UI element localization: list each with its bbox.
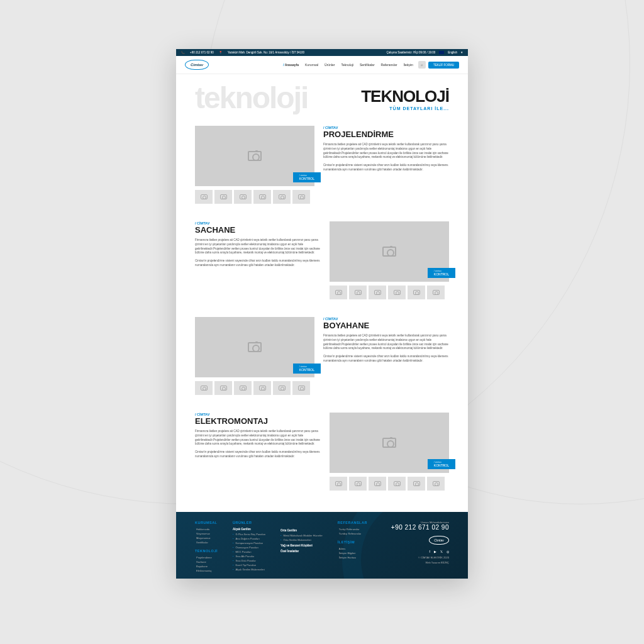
search-button[interactable]: ⌕ — [418, 61, 426, 69]
instagram-icon[interactable]: ◎ — [447, 550, 449, 553]
main-image[interactable]: / cimtavKONTROL — [330, 221, 449, 282]
thumbnail[interactable] — [369, 286, 386, 299]
footer-link[interactable]: Hakkımızda — [195, 528, 218, 531]
thumbnail[interactable] — [253, 381, 271, 395]
footer-link[interactable]: Sıva Altı Panolar — [233, 555, 265, 558]
footer-link[interactable]: Kısmî Tip Panoları — [233, 564, 265, 567]
thumbnail[interactable] — [273, 190, 291, 204]
main-image[interactable]: / cimtavKONTROL — [330, 413, 449, 473]
footer-link[interactable]: Sıva Üstü Panolar — [233, 559, 265, 562]
camera-icon — [248, 342, 262, 352]
hero-title: TEKNOLOJİ — [195, 87, 449, 106]
social-links: f ▶ 𝕏 ◎ — [391, 550, 449, 553]
footer-link[interactable]: Kompanzasyon Panoları — [233, 541, 265, 545]
footer-link[interactable]: Vizyonumuz — [195, 532, 218, 535]
phone-icon: 📞 — [181, 51, 185, 54]
footer-link[interactable]: Sertifikalar — [195, 541, 218, 544]
thumbnail[interactable] — [214, 190, 232, 204]
footer-link[interactable]: Alçak Gerilim Malzemeleri — [233, 568, 265, 571]
footer-col-urunler2: Orta Gerilim Metal Muhafazalı Modüler Hü… — [280, 521, 323, 574]
thumbnail[interactable] — [330, 286, 347, 299]
footer-link[interactable]: Boyahane — [195, 565, 218, 568]
thumbnail[interactable] — [195, 381, 213, 395]
topbar-hours: Çalışma Saatlerimiz: Hİçi 09:00 / 19:00 — [386, 51, 435, 54]
camera-icon — [240, 386, 247, 391]
main-image[interactable]: / cimtavKONTROL — [195, 126, 314, 186]
main-nav: Anasayfa Kurumsal Ürünler Teknoloji Sert… — [283, 63, 413, 67]
thumbnail[interactable] — [330, 477, 347, 491]
thumbnail[interactable] — [234, 190, 252, 204]
nav-anasayfa[interactable]: Anasayfa — [283, 63, 299, 67]
main-image[interactable]: / cimtavKONTROL — [195, 317, 314, 377]
camera-icon — [433, 481, 440, 486]
footer-col-urunler: ÜRÜNLER Alçak Gerilim G Plus Serisi Güç … — [233, 521, 265, 574]
thumbnails — [195, 190, 314, 204]
nav-referanslar[interactable]: Referanslar — [381, 63, 397, 67]
thumbnail[interactable] — [195, 190, 213, 204]
topbar: 📞+90 212 671 02 90 📍Yazakört Mah. Dengiz… — [176, 49, 468, 56]
camera-icon — [259, 194, 266, 199]
nav-sertifikalar[interactable]: Sertifikalar — [360, 63, 375, 67]
footer-right: Uzman Mühendislerimize +90 212 671 02 90… — [391, 521, 449, 574]
thumbnail[interactable] — [234, 381, 252, 395]
thumbnail[interactable] — [292, 381, 310, 395]
footer-link[interactable]: Ana Dağıtım Panoları — [233, 537, 265, 540]
thumbnail[interactable] — [408, 286, 425, 299]
thumbnail[interactable] — [253, 190, 271, 204]
thumbnail[interactable] — [273, 381, 291, 395]
footer-link[interactable]: İletişim Bilgileri — [338, 552, 367, 555]
footer-heading: REFERANSLAR — [338, 521, 367, 525]
body-p1: Firmamıza iletilen projelere ait CAD çiz… — [195, 430, 321, 447]
nav-kurumsal[interactable]: Kurumsal — [305, 63, 318, 67]
footer-link[interactable]: Sachane — [195, 560, 218, 564]
thumbnail[interactable] — [408, 477, 425, 491]
footer-logo: Cimtav — [429, 536, 449, 545]
camera-icon — [433, 290, 440, 295]
camera-icon — [298, 386, 305, 391]
youtube-icon[interactable]: ▶ — [434, 550, 436, 553]
section-title: SACHANE — [195, 225, 321, 235]
thumbnail[interactable] — [349, 286, 367, 299]
cta-button[interactable]: TEKLİF FORMU — [428, 62, 459, 69]
nav-teknoloji[interactable]: Teknoloji — [341, 63, 353, 67]
thumbnail[interactable] — [427, 286, 445, 299]
section-boyahane: / cimtavKONTROL CİMTAV BOYAHANE Firmamız… — [176, 308, 468, 404]
section-elektromontaj: / cimtavKONTROL CİMTAV ELEKTROMONTAJ Fir… — [176, 404, 468, 499]
twitter-icon[interactable]: 𝕏 — [440, 550, 443, 553]
footer-link[interactable]: G Plus Serisi Güç Panoları — [233, 533, 265, 536]
footer-link[interactable]: Elektromontaj — [195, 569, 218, 572]
footer-link[interactable]: Orta Gerilim Malzemeleri — [280, 538, 323, 541]
nav-iletisim[interactable]: İletişim — [403, 63, 413, 67]
footer-link[interactable]: Projelendirme — [195, 556, 218, 559]
footer-link[interactable]: Yurtdışı Referanslar — [338, 532, 367, 535]
footer-link[interactable]: Metal Muhafazalı Modüler Hücreler — [280, 534, 323, 537]
facebook-icon[interactable]: f — [430, 550, 430, 553]
body-p1: Firmamıza iletilen projelere ait CAD çiz… — [195, 238, 321, 255]
footer-heading: ÜRÜNLER — [233, 521, 265, 525]
thumbnail[interactable] — [388, 286, 406, 299]
footer-heading: İLETİŞİM — [338, 540, 367, 544]
thumbnail[interactable] — [427, 477, 445, 491]
camera-icon — [220, 386, 227, 391]
footer-link[interactable]: Misyonumuz — [195, 536, 218, 540]
footer-link[interactable]: İletişim Haritası — [338, 556, 367, 559]
thumbnail[interactable] — [369, 477, 386, 491]
thumbnail[interactable] — [388, 477, 406, 491]
logo[interactable]: Cimtav — [185, 60, 209, 70]
header: Cimtav Anasayfa Kurumsal Ürünler Teknolo… — [176, 56, 468, 74]
footer-link[interactable]: MCC Panoları — [233, 550, 265, 553]
nav-urunler[interactable]: Ürünler — [325, 63, 335, 67]
footer-subheading: Alçak Gerilim — [233, 528, 265, 531]
camera-icon — [298, 194, 305, 199]
footer-link[interactable]: Yurtiçi Referanslar — [338, 528, 367, 531]
footer-link[interactable]: Adres — [338, 547, 367, 550]
footer-link[interactable]: Otomasyon Panoları — [233, 546, 265, 549]
thumbnail[interactable] — [349, 477, 367, 491]
thumbnail[interactable] — [292, 190, 310, 204]
camera-icon — [413, 290, 420, 295]
thumbnail[interactable] — [214, 381, 232, 395]
lang-select[interactable]: English — [448, 51, 457, 54]
badge-small: / cimtav — [299, 365, 314, 368]
section-body: Firmamıza iletilen projelere ait CAD çiz… — [195, 430, 321, 459]
camera-icon — [259, 386, 266, 391]
